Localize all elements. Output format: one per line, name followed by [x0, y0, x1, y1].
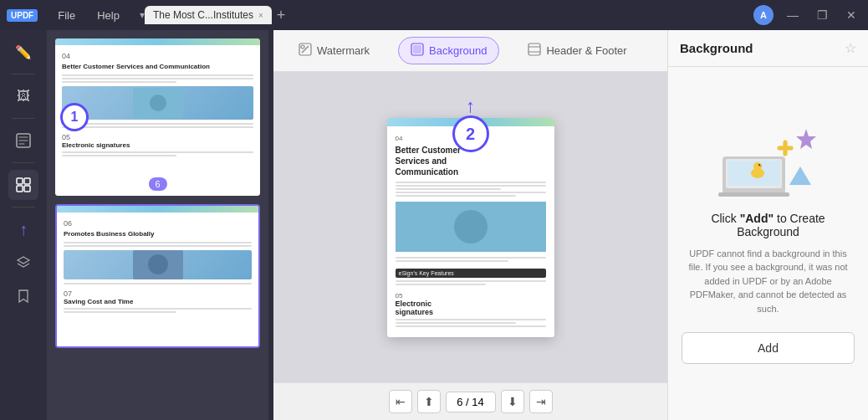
background-label: Background [429, 44, 487, 57]
minimize-button[interactable]: — [782, 7, 804, 23]
svg-rect-12 [413, 45, 421, 54]
menu-file[interactable]: File [49, 6, 84, 25]
background-button[interactable]: Background [398, 37, 499, 64]
divider-3 [12, 162, 35, 163]
header-footer-button[interactable]: Header & Footer [516, 38, 638, 64]
sidebar-icon-bookmark[interactable] [8, 281, 38, 311]
page-line [396, 280, 546, 282]
thumb-line [62, 74, 253, 76]
next-fast-button[interactable]: ⬇ [501, 390, 524, 413]
thumb-page-num-2: 06 [64, 219, 252, 228]
svg-rect-3 [17, 186, 23, 192]
tab-bar: ▾ The Most C...Institutes × + [140, 6, 748, 24]
content-area: Watermark Background Header & Footer ↑ 2 [273, 30, 667, 420]
desc-text: UPDF cannot find a background in this fi… [682, 247, 855, 316]
add-button[interactable]: Add [682, 332, 855, 364]
watermark-button[interactable]: Watermark [287, 38, 381, 64]
page-sub-section: eSign's Key Features [396, 269, 546, 285]
background-icon [411, 43, 424, 59]
thumb-line [62, 123, 253, 125]
thumb-sub-heading-1: Electronic signatures [62, 141, 253, 149]
thumb-line [64, 245, 252, 247]
divider-2 [12, 118, 35, 119]
thumb-page-num-1: 04 [62, 52, 253, 60]
thumb-sub-1: 05 Electronic signatures [62, 133, 253, 156]
thumb-line [64, 308, 252, 310]
tab-label: The Most C...Institutes [153, 9, 253, 21]
svg-marker-20 [796, 129, 816, 149]
thumb-line [64, 283, 252, 284]
divider-4 [12, 207, 35, 207]
right-panel-body: Click "Add" to Create Background UPDF ca… [668, 67, 868, 420]
page-input[interactable] [446, 392, 496, 412]
sidebar-icon-arrow[interactable]: ↑ [8, 214, 38, 244]
thumb-sub-num-2: 07 [64, 289, 252, 298]
sidebar-icon-text[interactable] [8, 125, 38, 156]
page-line [396, 284, 486, 285]
menu-help[interactable]: Help [89, 6, 128, 25]
svg-rect-13 [528, 44, 540, 55]
sidebar: ✏️ 🖼 ↑ [0, 30, 47, 420]
sidebar-icon-layers[interactable] [8, 248, 38, 278]
app-logo: UPDF [7, 9, 38, 22]
page-tag: eSign's Key Features [396, 269, 546, 278]
sidebar-icon-edit[interactable]: ✏️ [8, 37, 38, 67]
page-line [396, 182, 546, 183]
thumb-sub-heading-2: Saving Cost and Time [64, 298, 252, 305]
svg-point-25 [758, 164, 760, 166]
thumb-image-2 [64, 250, 252, 279]
tab-close-btn[interactable]: × [258, 11, 263, 20]
thumb-line [64, 242, 252, 243]
tab-document[interactable]: The Most C...Institutes × [145, 6, 272, 24]
thumb-line [62, 81, 176, 83]
thumbnail-card-2[interactable]: 06 Promotes Business Globally 07 Saving … [55, 204, 260, 348]
titlebar-controls: A — ❐ ✕ [753, 5, 861, 25]
main-area: ✏️ 🖼 ↑ 04 Better Customer Services and C… [0, 30, 868, 420]
page-number-2-overlay: ↑ 2 [452, 97, 489, 152]
new-tab-button[interactable]: + [277, 7, 286, 24]
thumb-badge-1: 6 [148, 177, 166, 191]
svg-marker-21 [789, 166, 811, 185]
prev-fast-button[interactable]: ⬆ [417, 390, 441, 413]
svg-point-10 [301, 45, 304, 49]
thumb-line [62, 126, 253, 128]
svg-rect-1 [17, 178, 23, 184]
page-line [396, 322, 516, 324]
star-icon[interactable]: ☆ [845, 40, 856, 56]
page-line [396, 325, 546, 327]
divider-1 [12, 74, 35, 74]
thumb-line [64, 311, 176, 313]
page-line [396, 257, 546, 259]
thumb-sub-2: 07 Saving Cost and Time [64, 289, 252, 313]
avatar[interactable]: A [753, 5, 774, 25]
page-navigation: ⇤ ⬆ ⬇ ⇥ [273, 382, 667, 420]
thumb-sub-num-1: 05 [62, 133, 253, 141]
thumb-line [62, 151, 253, 153]
thumb-line [62, 155, 176, 156]
svg-point-8 [148, 254, 168, 274]
last-page-button[interactable]: ⇥ [529, 390, 553, 413]
thumb-heading-2: Promotes Business Globally [64, 230, 252, 238]
thumbnail-card-1[interactable]: 04 Better Customer Services and Communic… [55, 38, 260, 196]
page-image [396, 202, 546, 252]
page-line [396, 195, 516, 197]
page-viewer: ↑ 2 04 Better CustomerServices andCommun… [273, 72, 667, 382]
page-line [396, 185, 546, 187]
svg-rect-2 [24, 178, 30, 184]
close-button[interactable]: ✕ [841, 7, 861, 23]
toolbar: Watermark Background Header & Footer [273, 30, 667, 72]
page-line [396, 319, 546, 320]
header-footer-icon [528, 43, 541, 59]
header-footer-label: Header & Footer [546, 44, 626, 57]
page-line [396, 192, 546, 193]
right-panel-header: Background ☆ [668, 30, 868, 67]
sidebar-icon-organize[interactable] [8, 170, 38, 200]
restore-button[interactable]: ❐ [812, 7, 833, 23]
illustration [714, 123, 823, 198]
page-card-body: 04 Better CustomerServices andCommunicat… [387, 126, 554, 337]
titlebar: UPDF File Help ▾ The Most C...Institutes… [0, 0, 868, 30]
thumb-heading-1: Better Customer Services and Communicati… [62, 63, 253, 71]
page-sub-num: 05 [396, 292, 546, 300]
first-page-button[interactable]: ⇤ [389, 390, 412, 413]
sidebar-icon-stamp[interactable]: 🖼 [8, 81, 38, 111]
